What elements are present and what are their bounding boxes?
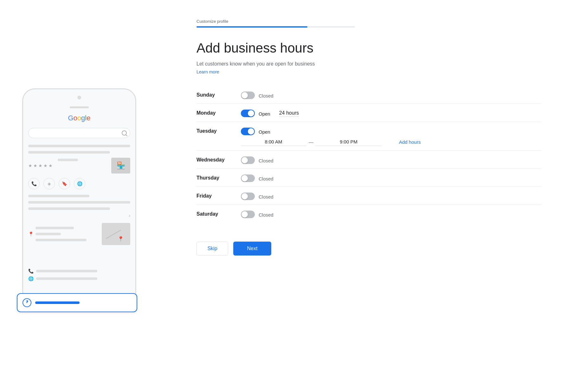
phone-stars: ★ ★ ★ ★ ★ — [28, 158, 53, 174]
progress-section: Customize profile — [196, 19, 541, 28]
right-panel: Customize profile Add business hours Let… — [158, 0, 573, 392]
phone-line — [28, 207, 110, 210]
phone-icon: 📞 — [28, 269, 34, 274]
phone-stars-store-row: ★ ★ ★ ★ ★ 🏪 — [28, 158, 130, 174]
progress-bar-track — [196, 26, 355, 28]
toggle-knob-thursday — [241, 175, 248, 181]
learn-more-link[interactable]: Learn more — [196, 69, 541, 74]
phone-line — [28, 201, 130, 204]
star-icon: ★ — [43, 163, 48, 168]
time-separator: — — [309, 139, 313, 145]
toggle-container-wednesday: Closed — [241, 155, 274, 164]
friday-status: Closed — [259, 193, 274, 199]
tuesday-to-input[interactable] — [316, 138, 381, 146]
next-button[interactable]: Next — [233, 242, 271, 256]
toggle-container-friday: Closed — [241, 191, 274, 200]
map-pin-icon: 📍 — [118, 236, 124, 242]
tuesday-from-input[interactable] — [241, 138, 306, 146]
day-name-monday: Monday — [196, 108, 241, 116]
globe-icon: 🌐 — [28, 276, 34, 281]
day-name-tuesday: Tuesday — [196, 126, 241, 134]
phone-line — [35, 233, 61, 235]
toggle-saturday[interactable] — [241, 211, 255, 218]
phone-map-area: 📍 📍 — [28, 223, 130, 245]
skip-button[interactable]: Skip — [196, 242, 228, 256]
day-name-thursday: Thursday — [196, 173, 241, 181]
toggle-monday[interactable] — [241, 110, 255, 117]
day-row-monday: Monday Open 24 hours — [196, 104, 541, 122]
phone-store-image: 🏪 — [111, 158, 130, 174]
phone-bottom-lines: 📞 🌐 — [28, 269, 130, 281]
form-subtitle: Let customers know when you are open for… — [196, 61, 541, 67]
toggle-wednesday[interactable] — [241, 156, 255, 164]
phone-icon: 🔖 — [59, 178, 70, 189]
chevron-right-icon: › — [129, 213, 130, 218]
tuesday-content: Open — Add hours — [241, 126, 423, 146]
phone-hours-card — [17, 293, 137, 312]
action-buttons: Skip Next — [196, 242, 541, 256]
phone-speaker — [70, 106, 89, 108]
progress-bar-fill — [196, 26, 307, 28]
phone-line — [28, 195, 89, 197]
sunday-status: Closed — [259, 92, 274, 98]
toggle-tuesday[interactable] — [241, 128, 255, 135]
phone-icon: 🌐 — [74, 178, 85, 189]
star-icon: ★ — [38, 163, 42, 168]
day-name-friday: Friday — [196, 191, 241, 199]
clock-hands — [23, 299, 31, 307]
phone-action-icons: 📞 ◈ 🔖 🌐 — [28, 178, 130, 189]
star-icon: ★ — [48, 163, 53, 168]
phone-line — [36, 277, 97, 280]
day-row-friday: Friday Closed — [196, 187, 541, 205]
monday-status: Open — [259, 111, 270, 117]
phone-mockup: Google ★ ★ ★ ★ ★ — [22, 88, 136, 304]
phone-line — [36, 270, 97, 272]
day-row-wednesday: Wednesday Closed — [196, 151, 541, 168]
day-row-sunday: Sunday Closed — [196, 86, 541, 104]
tuesday-time-row: — Add hours — [241, 138, 423, 146]
toggle-sunday[interactable] — [241, 92, 255, 99]
star-icon: ★ — [33, 163, 37, 168]
star-icon: ★ — [28, 163, 32, 168]
phone-search-bar — [28, 128, 130, 138]
toggle-container-sunday: Closed — [241, 90, 274, 99]
wednesday-status: Closed — [259, 157, 274, 163]
store-icon: 🏪 — [117, 161, 125, 170]
toggle-container-saturday: Closed — [241, 209, 274, 218]
thursday-status: Closed — [259, 175, 274, 181]
phone-content-lines — [28, 144, 130, 155]
toggle-knob-tuesday — [248, 128, 254, 135]
phone-detail-lines: › — [28, 194, 130, 218]
clock-hour-hand — [26, 300, 28, 303]
progress-label: Customize profile — [196, 19, 541, 24]
toggle-knob-wednesday — [241, 157, 248, 163]
phone-line — [28, 145, 130, 147]
day-row-saturday: Saturday Closed — [196, 205, 541, 223]
add-hours-button[interactable]: Add hours — [396, 138, 423, 146]
phone-line — [35, 239, 87, 241]
phone-camera — [77, 96, 81, 99]
phone-line — [35, 227, 74, 229]
day-name-wednesday: Wednesday — [196, 155, 241, 163]
phone-line — [28, 151, 110, 154]
saturday-status: Closed — [259, 212, 274, 218]
phone-search-icon — [122, 130, 127, 136]
clock-icon — [23, 298, 31, 307]
day-name-saturday: Saturday — [196, 209, 241, 217]
toggle-friday[interactable] — [241, 193, 255, 200]
day-row-thursday: Thursday Closed — [196, 169, 541, 187]
page-title: Add business hours — [196, 40, 541, 56]
toggle-knob-monday — [248, 110, 254, 117]
toggle-container-tuesday: Open — [241, 126, 423, 135]
toggle-container-monday: Open 24 hours — [241, 108, 299, 117]
phone-line — [58, 159, 78, 161]
toggle-thursday[interactable] — [241, 174, 255, 182]
toggle-knob-saturday — [241, 211, 248, 218]
tuesday-status: Open — [259, 129, 270, 135]
phone-card-bar — [35, 301, 80, 304]
day-name-sunday: Sunday — [196, 90, 241, 98]
phone-map: 📍 — [102, 223, 130, 245]
toggle-knob-friday — [241, 193, 248, 199]
left-panel: Google ★ ★ ★ ★ ★ — [0, 0, 158, 392]
toggle-knob-sunday — [241, 92, 248, 98]
